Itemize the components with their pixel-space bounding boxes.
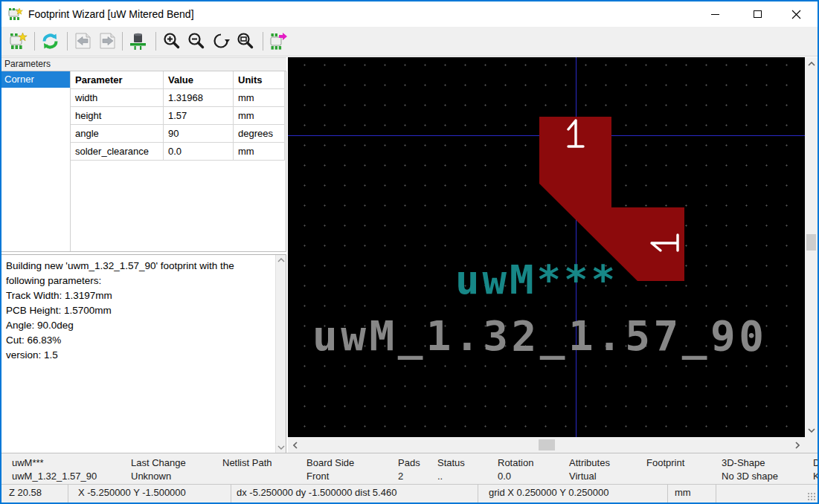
param-name: solder_clearance bbox=[71, 143, 164, 161]
param-name: angle bbox=[71, 125, 164, 143]
maximize-icon bbox=[754, 10, 762, 18]
next-page-button[interactable] bbox=[96, 30, 118, 52]
zoom-in-icon bbox=[162, 31, 182, 51]
param-value[interactable]: 90 bbox=[164, 125, 234, 143]
table-row: angle 90 degrees bbox=[71, 125, 285, 143]
message-line: Track Width: 1.3197mm bbox=[6, 288, 272, 303]
vertical-scroll-thumb[interactable] bbox=[806, 234, 816, 251]
message-panel: Building new 'uwm_1.32_1.57_90' footprin… bbox=[1, 254, 286, 453]
toolbar-separator bbox=[263, 32, 263, 51]
relative-position: dx -5.250000 dy -1.500000 dist 5.460 bbox=[237, 487, 396, 498]
maximize-button[interactable] bbox=[740, 1, 774, 27]
statusbar-separator bbox=[231, 485, 231, 503]
footprint-preview-canvas[interactable]: uwM*** uwM_1.32_1.57_90 bbox=[288, 57, 805, 437]
message-line: PCB Height: 1.5700mm bbox=[6, 303, 272, 318]
zoom-out-icon bbox=[187, 31, 206, 51]
scroll-left-icon bbox=[293, 442, 298, 449]
status-attributes: AttributesVirtual bbox=[569, 456, 610, 483]
export-footprint-button[interactable] bbox=[267, 30, 289, 52]
canvas-vertical-scrollbar[interactable] bbox=[805, 57, 818, 437]
scroll-down-icon bbox=[808, 428, 815, 433]
scroll-right-icon bbox=[795, 442, 800, 449]
export-footprint-icon bbox=[269, 31, 289, 51]
redraw-button[interactable] bbox=[210, 30, 232, 52]
column-header-parameter: Parameter bbox=[71, 71, 164, 89]
statusbar-separator bbox=[478, 485, 478, 503]
grid-setting: grid X 0.250000 Y 0.250000 bbox=[489, 487, 608, 498]
footprint-wizard-window: Footprint Wizard [uW Mitered Bend] bbox=[0, 0, 819, 504]
horizontal-scroll-thumb[interactable] bbox=[539, 439, 555, 450]
select-wizard-button[interactable] bbox=[7, 30, 29, 52]
reference-text: uwM*** bbox=[455, 256, 618, 303]
page-prev-icon bbox=[74, 31, 92, 51]
toolbar bbox=[1, 27, 818, 56]
zoom-level: Z 20.58 bbox=[9, 487, 42, 498]
parameter-table: Parameter Value Units width 1.31968 mm h… bbox=[71, 71, 285, 161]
window-title: Footprint Wizard [uW Mitered Bend] bbox=[28, 1, 194, 27]
message-line: Cut: 66.83% bbox=[6, 333, 272, 348]
refresh-preview-button[interactable] bbox=[39, 30, 61, 52]
toolbar-separator bbox=[34, 32, 35, 51]
build-messages: Building new 'uwm_1.32_1.57_90' footprin… bbox=[6, 259, 272, 363]
minimize-button[interactable] bbox=[698, 1, 732, 27]
zoom-out-button[interactable] bbox=[185, 30, 208, 52]
toolbar-separator bbox=[122, 32, 123, 51]
titlebar: Footprint Wizard [uW Mitered Bend] bbox=[1, 1, 818, 27]
page-next-icon bbox=[98, 31, 117, 51]
param-value[interactable]: 1.57 bbox=[164, 107, 234, 125]
statusbar-separator bbox=[716, 485, 716, 503]
units-indicator: mm bbox=[675, 487, 691, 498]
cursor-position: X -5.250000 Y -1.500000 bbox=[78, 487, 186, 498]
coordinate-bar: Z 20.58 X -5.250000 Y -1.500000 dx -5.25… bbox=[1, 484, 818, 503]
refresh-icon bbox=[40, 31, 60, 51]
param-units: degrees bbox=[234, 125, 285, 143]
status-footprint: Footprint bbox=[646, 456, 684, 483]
parameters-panel-header: Parameters bbox=[1, 57, 286, 71]
column-header-value: Value bbox=[164, 71, 234, 89]
minimize-icon bbox=[711, 14, 719, 15]
status-board-side: Board SideFront bbox=[306, 456, 354, 483]
page-list-item-corner[interactable]: Corner bbox=[1, 71, 70, 88]
status-status: Status.. bbox=[437, 456, 465, 483]
zoom-in-button[interactable] bbox=[161, 30, 183, 52]
show-pads-button[interactable] bbox=[126, 30, 149, 52]
message-line: Building new 'uwm_1.32_1.57_90' footprin… bbox=[6, 259, 272, 274]
table-row: height 1.57 mm bbox=[71, 107, 285, 125]
canvas-horizontal-scrollbar[interactable] bbox=[288, 437, 805, 453]
value-text: uwM_1.32_1.57_90 bbox=[312, 311, 767, 360]
toolbar-separator bbox=[67, 32, 68, 51]
previous-page-button[interactable] bbox=[71, 30, 94, 52]
param-value[interactable]: 0.0 bbox=[164, 143, 234, 161]
footprint-drawing: uwM*** uwM_1.32_1.57_90 bbox=[288, 57, 805, 437]
table-row: width 1.31968 mm bbox=[71, 89, 285, 107]
close-button[interactable] bbox=[779, 1, 813, 27]
zoom-fit-icon bbox=[236, 31, 255, 51]
scroll-up-icon bbox=[277, 258, 285, 262]
status-netlist-path: Netlist Path bbox=[222, 456, 272, 483]
status-doc: DoKe bbox=[813, 456, 819, 483]
redraw-icon bbox=[211, 31, 231, 51]
param-name: width bbox=[71, 89, 164, 107]
component-pin-icon bbox=[128, 31, 148, 51]
message-line: Angle: 90.0deg bbox=[6, 318, 272, 333]
param-units: mm bbox=[234, 89, 285, 107]
table-header-row: Parameter Value Units bbox=[71, 71, 285, 89]
wizard-page-list: Corner bbox=[1, 71, 71, 251]
param-units: mm bbox=[234, 107, 285, 125]
close-icon bbox=[791, 10, 801, 19]
status-last-change: Last ChangeUnknown bbox=[131, 456, 186, 483]
resize-grip[interactable] bbox=[807, 492, 816, 501]
statusbar-separator bbox=[667, 485, 668, 503]
table-row: solder_clearance 0.0 mm bbox=[71, 143, 285, 161]
zoom-fit-button[interactable] bbox=[234, 30, 257, 52]
app-icon bbox=[8, 7, 23, 21]
message-scrollbar[interactable] bbox=[275, 255, 286, 453]
status-3d-shape: 3D-ShapeNo 3D shape bbox=[722, 456, 778, 483]
status-rotation: Rotation0.0 bbox=[498, 456, 533, 483]
statusbar-separator bbox=[68, 485, 68, 503]
param-name: height bbox=[71, 107, 164, 125]
param-value[interactable]: 1.31968 bbox=[164, 89, 234, 107]
footprint-info-bar: uwM***uwM_1.32_1.57_90 Last ChangeUnknow… bbox=[1, 453, 818, 484]
message-line: following parameters: bbox=[6, 274, 272, 288]
message-line: version: 1.5 bbox=[6, 348, 272, 363]
